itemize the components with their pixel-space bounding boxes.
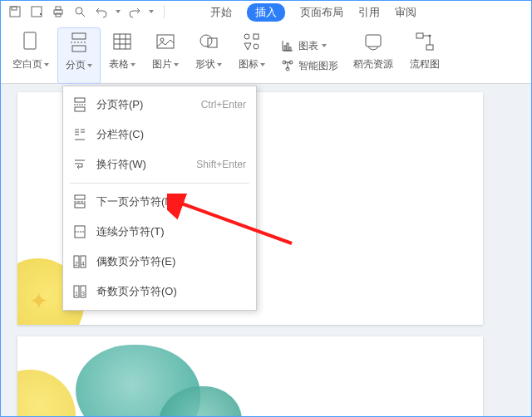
- svg-point-6: [76, 7, 82, 14]
- chevron-down-icon: [322, 44, 327, 47]
- decorative-star: ✦: [29, 287, 48, 315]
- menu-next-page-section[interactable]: 下一页分节符(N): [63, 187, 256, 217]
- svg-rect-1: [12, 7, 17, 10]
- ribbon-picture[interactable]: 图片: [144, 27, 187, 84]
- chevron-down-icon: [217, 63, 222, 66]
- svg-text:2: 2: [75, 261, 78, 267]
- shape-icon: [197, 27, 220, 56]
- svg-text:3: 3: [81, 291, 85, 297]
- menu-label: 分页符(P): [96, 97, 143, 112]
- svg-rect-39: [75, 98, 85, 102]
- svg-marker-23: [244, 43, 251, 50]
- menu-separator: [70, 183, 249, 184]
- blank-page-icon: [19, 27, 42, 56]
- ribbon-label: 智能图形: [298, 59, 338, 73]
- svg-rect-41: [75, 107, 85, 111]
- save-icon[interactable]: [7, 4, 22, 19]
- undo-icon[interactable]: [94, 4, 109, 19]
- ribbon-label: 表格: [109, 57, 129, 71]
- ribbon-blank-page[interactable]: 空白页: [4, 27, 57, 84]
- ribbon-label: 空白页: [12, 57, 42, 71]
- ribbon-label: 流程图: [410, 57, 440, 71]
- ribbon-label: 图标: [239, 57, 259, 71]
- svg-rect-35: [366, 35, 381, 47]
- flowchart-icon: [413, 27, 436, 56]
- menu-continuous-section[interactable]: 连续分节符(T): [63, 217, 256, 247]
- ribbon-table[interactable]: 表格: [101, 27, 144, 84]
- ribbon-icon[interactable]: 图标: [230, 27, 273, 84]
- decorative-blob: [17, 370, 76, 417]
- svg-rect-28: [287, 43, 288, 51]
- svg-text:1: 1: [75, 291, 78, 297]
- ribbon-resource[interactable]: 稻壳资源: [345, 27, 401, 84]
- menu-label: 下一页分节符(N): [96, 194, 176, 209]
- chevron-down-icon: [131, 63, 135, 66]
- tab-layout[interactable]: 页面布局: [300, 5, 343, 20]
- svg-rect-11: [72, 46, 86, 52]
- page-break-icon: [67, 28, 91, 56]
- page-break-dropdown: 分页符(P) Ctrl+Enter 分栏符(C) 换行符(W) Shift+En…: [62, 86, 257, 311]
- redo-dropdown-caret[interactable]: [149, 10, 154, 13]
- svg-rect-9: [72, 33, 86, 39]
- ribbon-flowchart[interactable]: 流程图: [401, 27, 448, 84]
- ribbon: 空白页 分页 表格 图片 形状 图标 图表: [1, 22, 531, 84]
- menu-page-break[interactable]: 分页符(P) Ctrl+Enter: [63, 90, 256, 120]
- menu-label: 连续分节符(T): [96, 224, 165, 239]
- svg-rect-36: [416, 33, 423, 38]
- section-break-odd-icon: 13: [71, 283, 88, 300]
- resource-icon: [362, 27, 385, 56]
- column-break-icon: [71, 126, 88, 143]
- chevron-down-icon: [44, 63, 49, 66]
- svg-rect-29: [289, 47, 291, 51]
- svg-rect-52: [75, 204, 85, 208]
- svg-point-18: [160, 38, 164, 42]
- section-break-even-icon: 24: [71, 253, 88, 270]
- section-break-next-icon: [71, 194, 88, 210]
- menu-label: 奇数页分节符(O): [96, 284, 177, 299]
- icons-icon: [240, 27, 264, 56]
- svg-line-7: [81, 13, 85, 17]
- ribbon-shape[interactable]: 形状: [187, 27, 230, 84]
- menu-label: 偶数页分节符(E): [96, 254, 175, 269]
- ribbon-label: 形状: [195, 57, 215, 71]
- svg-rect-17: [157, 35, 174, 48]
- chevron-down-icon: [260, 63, 265, 66]
- chevron-down-icon: [87, 64, 92, 67]
- tab-reference[interactable]: 引用: [358, 5, 380, 20]
- smartart-icon: [280, 58, 295, 73]
- tab-review[interactable]: 审阅: [395, 5, 416, 20]
- svg-point-19: [200, 35, 212, 47]
- svg-text:4: 4: [81, 261, 85, 267]
- section-break-continuous-icon: [71, 223, 88, 240]
- ribbon-page-break[interactable]: 分页: [57, 27, 101, 84]
- print-preview-icon[interactable]: [72, 4, 87, 19]
- svg-point-38: [429, 35, 431, 37]
- ribbon-smartart[interactable]: 智能图形: [280, 58, 338, 73]
- svg-rect-37: [426, 45, 433, 50]
- menu-shortcut: Shift+Enter: [196, 159, 246, 170]
- tab-insert[interactable]: 插入: [247, 3, 285, 22]
- menu-column-break[interactable]: 分栏符(C): [63, 120, 256, 150]
- menu-even-page-section[interactable]: 24 偶数页分节符(E): [63, 247, 256, 277]
- menu-label: 换行符(W): [96, 157, 146, 172]
- menu-line-break[interactable]: 换行符(W) Shift+Enter: [63, 150, 256, 179]
- print-icon[interactable]: [51, 4, 66, 19]
- svg-rect-4: [56, 7, 61, 10]
- svg-rect-22: [254, 34, 259, 39]
- tab-start[interactable]: 开始: [210, 5, 232, 20]
- ribbon-chart[interactable]: 图表: [280, 38, 338, 53]
- svg-point-24: [254, 44, 259, 49]
- chevron-down-icon: [174, 63, 179, 66]
- svg-rect-12: [114, 34, 131, 49]
- menu-label: 分栏符(C): [96, 127, 144, 142]
- menu-odd-page-section[interactable]: 13 奇数页分节符(O): [63, 277, 256, 307]
- svg-point-21: [244, 34, 249, 39]
- svg-rect-50: [75, 195, 85, 199]
- redo-icon[interactable]: [127, 4, 142, 19]
- page-2[interactable]: [17, 336, 483, 417]
- ribbon-label: 图片: [152, 57, 172, 71]
- ribbon-label: 分页: [66, 58, 86, 72]
- undo-dropdown-caret[interactable]: [116, 10, 121, 13]
- save-as-icon[interactable]: [29, 4, 44, 19]
- line-break-icon: [71, 156, 88, 173]
